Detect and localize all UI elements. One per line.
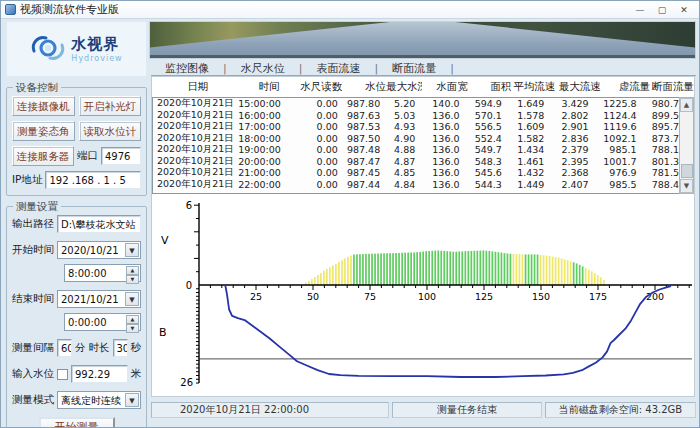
read-gauge-button[interactable]: 读取水位计 <box>79 121 142 141</box>
end-date-value: 2021/10/21 <box>61 294 119 305</box>
column-header: 最大水深 <box>386 80 422 94</box>
column-header: 平均流速 <box>511 80 555 94</box>
duration-input[interactable]: 30 <box>113 339 128 357</box>
measurement-table: 日期时间水尺读数水位最大水深水面宽面积平均流速最大流速虚流量断面流量异常 202… <box>152 77 694 194</box>
svg-text:26: 26 <box>180 377 193 388</box>
maximize-button[interactable]: ▢ <box>651 3 673 17</box>
svg-text:200: 200 <box>646 291 664 302</box>
river-water <box>150 22 695 58</box>
window-title: 视频测流软件专业版 <box>20 2 629 17</box>
end-clock-value: 0:00:00 <box>68 317 107 328</box>
column-header: 最大流速 <box>555 80 601 94</box>
main-panel: 日期时间水尺读数水位最大水深水面宽面积平均流速最大流速虚流量断面流量异常 202… <box>151 76 695 397</box>
table-scrollbar[interactable]: ▲ ▼ <box>679 97 694 194</box>
mode-label: 测量模式 <box>12 393 54 407</box>
svg-text:B: B <box>159 326 167 339</box>
hydroview-logo-icon <box>30 33 66 65</box>
interval-input[interactable]: 60 <box>57 339 72 357</box>
scrollbar-thumb[interactable] <box>681 164 693 178</box>
tab-strip: 监控图像| 水尺水位| 表面流速| 断面流量| <box>151 61 696 76</box>
port-input[interactable]: 4976 <box>101 147 141 165</box>
tab-gauge-level[interactable]: 水尺水位 <box>227 61 299 76</box>
scroll-up-icon[interactable]: ▲ <box>680 98 693 112</box>
port-label: 端口 <box>77 149 98 163</box>
column-header: 断面流量 <box>650 80 694 94</box>
cross-section-chart: 25507510012515017520060VB26 <box>152 197 696 398</box>
svg-text:100: 100 <box>418 291 436 302</box>
connect-server-button[interactable]: 连接服务器 <box>12 146 74 166</box>
svg-text:V: V <box>161 234 169 247</box>
attitude-angle-button[interactable]: 测量姿态角 <box>12 121 75 141</box>
spin-down-icon[interactable]: ▼ <box>126 324 139 333</box>
status-datetime: 2020年10月21日 22:00:00 <box>151 402 389 418</box>
status-bar: 2020年10月21日 22:00:00 测量任务结束 当前磁盘剩余空间: 43… <box>151 402 696 418</box>
chevron-down-icon[interactable]: ▼ <box>125 243 139 257</box>
svg-text:75: 75 <box>364 291 376 302</box>
device-group-title: 设备控制 <box>13 81 61 95</box>
ip-label: IP地址 <box>12 173 42 187</box>
water-level-unit: 米 <box>131 367 142 381</box>
water-level-label: 输入水位 <box>12 367 54 381</box>
status-disk-space: 当前磁盘剩余空间: 43.2GB <box>545 402 696 418</box>
spin-up-icon[interactable]: ▲ <box>126 266 139 275</box>
start-clock-spinner[interactable]: 8:00:00 ▲▼ <box>64 264 141 282</box>
device-control-group: 设备控制 连接摄像机 开启补光灯 测量姿态角 读取水位计 连接服务器 端口 49… <box>6 87 147 196</box>
measure-mode-select[interactable]: 离线定时连续▼ <box>57 391 141 409</box>
logo-name: 水视界 <box>71 35 122 54</box>
title-bar: 视频测流软件专业版 — ▢ ✕ <box>1 1 699 19</box>
start-clock-value: 8:00:00 <box>68 268 107 279</box>
app-icon <box>5 4 16 15</box>
ip-input[interactable]: 192 .168 . 1 . 5 <box>45 171 141 189</box>
column-header: 水面宽 <box>422 80 468 94</box>
table-header: 日期时间水尺读数水位最大水深水面宽面积平均流速最大流速虚流量断面流量异常 <box>152 77 694 97</box>
output-path-input[interactable]: D:\攀枝花水文站 <box>57 215 141 233</box>
spin-up-icon[interactable]: ▲ <box>126 315 139 324</box>
table-row[interactable]: 2020年10月21日22:00:000.00987.444.84136.054… <box>153 179 679 191</box>
spin-down-icon[interactable]: ▼ <box>126 275 139 284</box>
interval-unit: 分 <box>75 341 86 355</box>
minimize-button[interactable]: — <box>629 3 651 17</box>
tab-surface-velocity[interactable]: 表面流速 <box>302 61 374 76</box>
water-level-input[interactable]: 992.29 <box>71 365 128 383</box>
logo-subtitle: Hydroview <box>71 54 122 63</box>
connect-camera-button[interactable]: 连接摄像机 <box>12 96 75 116</box>
fill-light-button[interactable]: 开启补光灯 <box>79 96 142 116</box>
svg-text:150: 150 <box>532 291 550 302</box>
column-header: 水尺读数 <box>299 80 343 94</box>
column-header: 虚流量 <box>601 80 650 94</box>
svg-text:50: 50 <box>307 291 319 302</box>
status-task: 测量任务结束 <box>392 402 542 418</box>
column-header: 面积 <box>468 80 512 94</box>
duration-label: 时长 <box>89 341 110 355</box>
duration-unit: 秒 <box>131 341 142 355</box>
sidebar: 水视界 Hydroview 设备控制 连接摄像机 开启补光灯 测量姿态角 读取水… <box>6 21 147 428</box>
svg-text:0: 0 <box>186 280 192 291</box>
measure-settings-group: 测量设置 输出路径 D:\攀枝花水文站 开始时间 2020/10/21▼ 8:0… <box>6 206 147 428</box>
end-clock-spinner[interactable]: 0:00:00 ▲▼ <box>64 313 141 331</box>
scroll-down-icon[interactable]: ▼ <box>680 179 693 193</box>
table-body: 2020年10月21日15:00:000.00987.805.20140.059… <box>152 97 679 194</box>
column-header: 水位 <box>342 80 386 94</box>
column-header: 时间 <box>240 80 299 94</box>
mode-value: 离线定时连续 <box>61 395 121 406</box>
start-date-select[interactable]: 2020/10/21▼ <box>57 241 141 259</box>
end-time-label: 结束时间 <box>12 292 54 306</box>
start-date-value: 2020/10/21 <box>61 245 119 256</box>
end-date-select[interactable]: 2021/10/21▼ <box>57 290 141 308</box>
svg-text:175: 175 <box>589 291 607 302</box>
measure-group-title: 测量设置 <box>13 200 61 214</box>
chevron-down-icon[interactable]: ▼ <box>125 393 139 407</box>
app-window: 视频测流软件专业版 — ▢ ✕ 水视界 Hydroview 设备控制 连接摄像机… <box>0 0 700 428</box>
river-banner-image <box>149 21 696 59</box>
logo: 水视界 Hydroview <box>6 21 147 77</box>
column-header: 日期 <box>152 80 240 94</box>
tab-section-discharge[interactable]: 断面流量 <box>378 61 450 76</box>
output-path-label: 输出路径 <box>12 217 54 231</box>
chevron-down-icon[interactable]: ▼ <box>125 292 139 306</box>
svg-text:6: 6 <box>186 200 192 211</box>
tab-monitor-image[interactable]: 监控图像 <box>151 61 223 76</box>
start-measure-button[interactable]: 开始测量 <box>39 417 115 428</box>
close-button[interactable]: ✕ <box>673 3 695 17</box>
svg-text:125: 125 <box>475 291 493 302</box>
water-level-checkbox[interactable] <box>57 369 68 380</box>
